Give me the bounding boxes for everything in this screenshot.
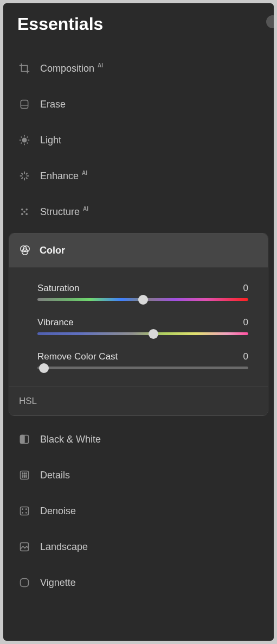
svg-point-21 bbox=[23, 211, 25, 213]
vibrance-slider-group: Vibrance 0 bbox=[37, 317, 248, 335]
svg-rect-39 bbox=[21, 507, 29, 515]
svg-rect-0 bbox=[21, 100, 28, 109]
saturation-label: Saturation bbox=[37, 283, 80, 294]
svg-point-23 bbox=[25, 213, 28, 215]
svg-point-37 bbox=[24, 477, 25, 478]
svg-point-40 bbox=[22, 509, 23, 509]
remove-color-cast-value: 0 bbox=[243, 351, 248, 362]
svg-point-22 bbox=[21, 213, 23, 215]
tool-label: Enhance bbox=[40, 171, 79, 182]
landscape-icon bbox=[18, 541, 30, 553]
structure-icon bbox=[18, 206, 30, 218]
svg-point-36 bbox=[22, 477, 23, 478]
tool-light[interactable]: Light bbox=[9, 122, 268, 158]
svg-line-15 bbox=[22, 173, 23, 175]
erase-icon bbox=[18, 98, 30, 110]
color-panel-body: Saturation 0 Vibrance 0 Remove Color bbox=[9, 268, 268, 387]
vibrance-thumb[interactable] bbox=[149, 329, 158, 339]
svg-rect-28 bbox=[21, 435, 25, 444]
tool-enhance[interactable]: Enhance AI bbox=[9, 158, 268, 194]
saturation-value: 0 bbox=[243, 283, 248, 294]
denoise-icon bbox=[18, 505, 30, 517]
tool-label: Erase bbox=[40, 99, 66, 110]
light-icon bbox=[18, 134, 30, 146]
svg-point-43 bbox=[26, 513, 27, 513]
tool-erase[interactable]: Erase bbox=[9, 86, 268, 122]
saturation-slider-group: Saturation 0 bbox=[37, 283, 248, 301]
tool-label: Landscape bbox=[40, 541, 88, 553]
tool-structure[interactable]: Structure AI bbox=[9, 194, 268, 230]
black-white-icon bbox=[18, 433, 30, 445]
saturation-slider[interactable] bbox=[37, 298, 248, 301]
tool-label: Structure bbox=[40, 206, 80, 218]
essentials-panel: Essentials Composition AI Erase bbox=[3, 3, 274, 641]
tool-label: Black & White bbox=[40, 434, 101, 445]
ai-badge: AI bbox=[82, 170, 87, 176]
svg-line-8 bbox=[27, 143, 28, 144]
tool-label: Details bbox=[40, 470, 70, 481]
svg-point-33 bbox=[22, 475, 23, 476]
color-panel-title: Color bbox=[40, 245, 65, 256]
svg-point-30 bbox=[22, 473, 23, 474]
svg-point-34 bbox=[24, 475, 25, 476]
tool-details[interactable]: Details bbox=[9, 457, 268, 493]
tool-label: Denoise bbox=[40, 506, 76, 517]
svg-point-32 bbox=[26, 473, 27, 474]
svg-line-7 bbox=[21, 137, 22, 138]
tool-landscape[interactable]: Landscape bbox=[9, 529, 268, 565]
saturation-thumb[interactable] bbox=[138, 295, 148, 305]
svg-rect-45 bbox=[21, 579, 29, 587]
tool-denoise[interactable]: Denoise bbox=[9, 493, 268, 529]
tool-label: Composition bbox=[40, 63, 94, 74]
vignette-icon bbox=[18, 577, 30, 589]
color-panel-expanded: Color Saturation 0 Vibrance 0 bbox=[9, 233, 268, 416]
vibrance-value: 0 bbox=[243, 317, 248, 328]
vibrance-label: Vibrance bbox=[37, 317, 74, 328]
svg-point-20 bbox=[25, 209, 28, 211]
hsl-section[interactable]: HSL bbox=[9, 387, 268, 415]
vibrance-slider[interactable] bbox=[37, 332, 248, 335]
panel-title: Essentials bbox=[9, 14, 268, 34]
ai-badge: AI bbox=[83, 206, 88, 212]
crop-icon bbox=[18, 62, 30, 74]
ai-badge: AI bbox=[98, 62, 103, 68]
svg-point-42 bbox=[22, 513, 23, 513]
remove-color-cast-slider-group: Remove Color Cast 0 bbox=[37, 351, 248, 369]
enhance-icon bbox=[18, 170, 30, 182]
svg-point-35 bbox=[26, 475, 27, 476]
svg-line-17 bbox=[22, 178, 23, 179]
svg-line-16 bbox=[26, 178, 28, 179]
tool-label: Vignette bbox=[40, 577, 76, 589]
details-icon bbox=[18, 469, 30, 481]
svg-line-18 bbox=[26, 173, 28, 175]
svg-point-19 bbox=[21, 209, 23, 211]
tool-black-white[interactable]: Black & White bbox=[9, 421, 268, 457]
remove-color-cast-thumb[interactable] bbox=[39, 363, 49, 373]
svg-point-38 bbox=[26, 477, 27, 478]
hsl-label: HSL bbox=[19, 396, 37, 406]
svg-line-10 bbox=[27, 137, 28, 138]
tool-vignette[interactable]: Vignette bbox=[9, 565, 268, 601]
svg-point-41 bbox=[26, 509, 27, 509]
tool-composition[interactable]: Composition AI bbox=[9, 50, 268, 86]
color-icon bbox=[19, 244, 31, 256]
svg-point-31 bbox=[24, 473, 25, 474]
remove-color-cast-label: Remove Color Cast bbox=[37, 351, 118, 362]
svg-line-9 bbox=[21, 143, 22, 144]
svg-point-2 bbox=[22, 138, 26, 142]
color-panel-header[interactable]: Color bbox=[9, 233, 268, 268]
tool-label: Light bbox=[40, 135, 61, 146]
remove-color-cast-slider[interactable] bbox=[37, 367, 248, 369]
